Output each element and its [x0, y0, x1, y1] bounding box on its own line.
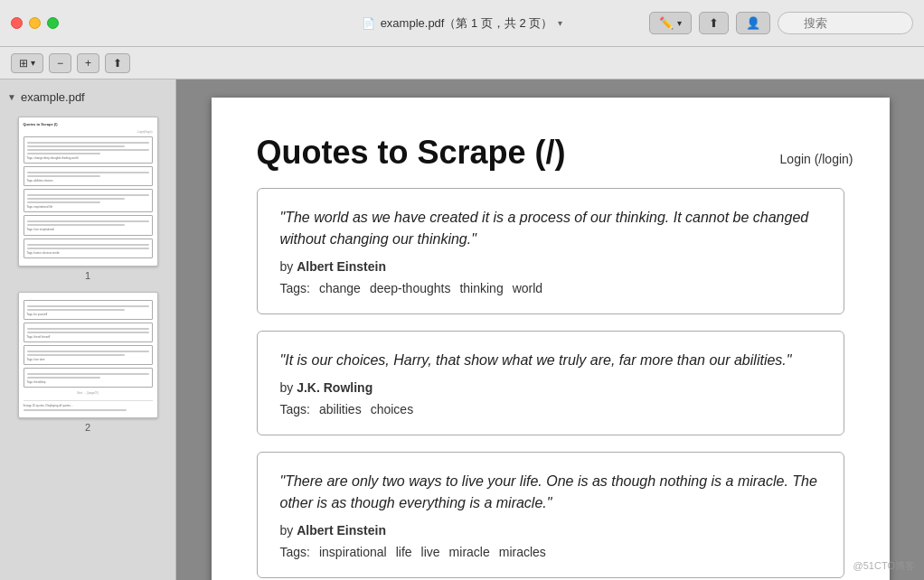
quote-text-0: "The world as we have created it is a pr… [280, 207, 821, 250]
main-area: ▼ example.pdf Quotes to Scrape (/) Login… [0, 80, 924, 580]
title-text: example.pdf（第 1 页，共 2 页） [381, 15, 553, 32]
chevron-down-icon[interactable]: ▾ [558, 18, 562, 28]
grid-icon: ⊞ [19, 57, 28, 70]
search-wrapper: 🔍 [778, 12, 913, 34]
tag-1-1: choices [371, 402, 413, 416]
pdf-page: Quotes to Scrape (/) Login (/login) "The… [212, 98, 890, 580]
quote-author-2: by Albert Einstein [280, 523, 821, 538]
page-thumbnail-2[interactable]: Tags: be yourself Tags: friend himself T… [18, 292, 158, 418]
quote-author-0: by Albert Einstein [280, 259, 821, 274]
annotate-chevron: ▾ [677, 18, 682, 28]
thumbnail-container-1: Quotes to Scrape (/) Login(/login) Tags:… [0, 111, 175, 286]
tag-2-2: live [421, 545, 440, 559]
quote-tags-1: Tags: abilities choices [280, 402, 821, 416]
quote-tags-2: Tags: inspirational life live miracle mi… [280, 545, 821, 559]
sidebar: ▼ example.pdf Quotes to Scrape (/) Login… [0, 80, 176, 580]
upload-button[interactable]: ⬆ [105, 53, 130, 73]
tags-label-0: Tags: [280, 281, 310, 295]
zoom-out-icon: − [57, 57, 63, 70]
toolbar: ⊞ ▾ − + ⬆ [0, 47, 924, 80]
author-name-0: Albert Einstein [297, 259, 386, 274]
person-button[interactable]: 👤 [736, 12, 770, 34]
grid-chevron: ▾ [31, 58, 35, 68]
close-button[interactable] [11, 17, 23, 29]
tag-0-2: thinking [459, 281, 503, 295]
upload-icon: ⬆ [113, 57, 122, 70]
page-number-2: 2 [85, 422, 90, 433]
zoom-out-button[interactable]: − [49, 53, 71, 73]
tag-2-1: life [396, 545, 412, 559]
quote-text-2: "There are only two ways to live your li… [280, 471, 821, 514]
traffic-lights [11, 17, 59, 29]
quote-card-1: "It is our choices, Harry, that show wha… [257, 331, 844, 435]
quote-author-1: by J.K. Rowling [280, 380, 821, 395]
tag-0-0: change [319, 281, 361, 295]
annotate-button[interactable]: ✏️ ▾ [649, 12, 692, 34]
page-title: Quotes to Scrape (/) [257, 134, 844, 172]
grid-view-button[interactable]: ⊞ ▾ [11, 53, 43, 73]
tag-2-3: miracle [449, 545, 490, 559]
pdf-icon: 📄 [362, 17, 375, 30]
zoom-in-button[interactable]: + [77, 53, 99, 73]
fullscreen-button[interactable] [47, 17, 59, 29]
page-thumbnail-1[interactable]: Quotes to Scrape (/) Login(/login) Tags:… [18, 117, 158, 267]
tags-label-1: Tags: [280, 402, 310, 416]
sidebar-file-header[interactable]: ▼ example.pdf [0, 87, 175, 111]
share-icon: ⬆ [709, 16, 719, 30]
tags-label-2: Tags: [280, 545, 310, 559]
minimize-button[interactable] [29, 17, 41, 29]
tag-2-0: inspirational [319, 545, 387, 559]
tag-0-1: deep-thoughts [370, 281, 451, 295]
toolbar-right: ✏️ ▾ ⬆ 👤 🔍 [649, 12, 913, 34]
collapse-icon: ▼ [7, 92, 16, 102]
author-name-1: J.K. Rowling [297, 380, 372, 395]
page-number-1: 1 [85, 270, 90, 281]
watermark: @51CTO博客 [853, 559, 915, 573]
author-name-2: Albert Einstein [297, 523, 386, 538]
window-title: 📄 example.pdf（第 1 页，共 2 页） ▾ [362, 15, 563, 32]
search-input[interactable] [778, 12, 913, 34]
sidebar-filename: example.pdf [21, 90, 85, 104]
quote-text-1: "It is our choices, Harry, that show wha… [280, 350, 821, 371]
quote-tags-0: Tags: change deep-thoughts thinking worl… [280, 281, 821, 295]
title-bar: 📄 example.pdf（第 1 页，共 2 页） ▾ ✏️ ▾ ⬆ 👤 🔍 [0, 0, 924, 47]
quote-card-2: "There are only two ways to live your li… [257, 452, 844, 578]
tag-1-0: abilities [319, 402, 362, 416]
share-button[interactable]: ⬆ [699, 12, 729, 34]
quote-card-0: "The world as we have created it is a pr… [257, 188, 844, 314]
pen-icon: ✏️ [659, 16, 674, 30]
tag-2-4: miracles [499, 545, 546, 559]
person-icon: 👤 [746, 16, 760, 30]
author-prefix-2: by [280, 523, 294, 538]
thumbnail-container-2: Tags: be yourself Tags: friend himself T… [0, 286, 175, 438]
login-link[interactable]: Login (/login) [780, 152, 853, 166]
pdf-viewer[interactable]: Quotes to Scrape (/) Login (/login) "The… [176, 80, 924, 580]
author-prefix-1: by [280, 380, 294, 395]
tag-0-3: world [513, 281, 542, 295]
author-prefix-0: by [280, 259, 294, 274]
zoom-in-icon: + [85, 57, 91, 70]
